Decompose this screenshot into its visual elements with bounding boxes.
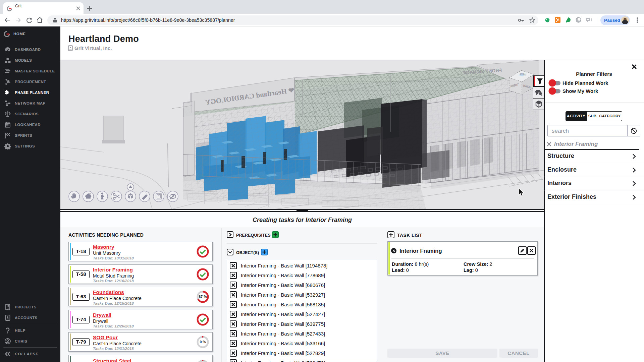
svg-text:67 %: 67 % xyxy=(199,295,207,299)
svg-text:0 %: 0 % xyxy=(200,340,206,344)
